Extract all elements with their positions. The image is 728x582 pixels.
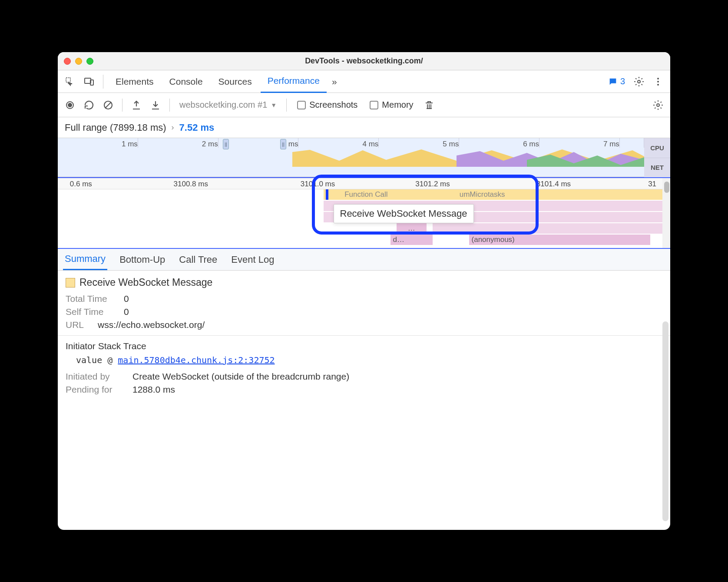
url-value: wss://echo.websocket.org/ (98, 320, 205, 330)
tab-elements[interactable]: Elements (109, 70, 161, 93)
performance-toolbar: websocketking.com #1 ▼ Screenshots Memor… (58, 93, 670, 117)
breadcrumb-selection[interactable]: 7.52 ms (179, 122, 215, 133)
svg-rect-1 (85, 78, 91, 83)
minimize-window-button[interactable] (75, 58, 82, 65)
flame-bar[interactable]: d… (390, 235, 433, 245)
svg-line-10 (105, 102, 111, 108)
download-icon[interactable] (148, 97, 163, 113)
total-time-label: Total Time (66, 294, 118, 304)
overview-tick: 6 ms (459, 138, 539, 148)
upload-icon[interactable] (129, 97, 144, 113)
svg-point-3 (638, 80, 640, 83)
record-icon[interactable] (62, 97, 78, 113)
pending-label: Pending for (66, 384, 126, 395)
overview-handle-left[interactable]: || (223, 139, 229, 149)
initiated-by-label: Initiated by (66, 371, 126, 382)
divider (122, 99, 122, 112)
summary-panel: Receive WebSocket Message Total Time 0 S… (58, 271, 670, 530)
flame-bar-anonymous[interactable]: (anonymous) (469, 235, 651, 245)
net-label: NET (644, 158, 670, 178)
overview-cpu-chart (58, 148, 644, 167)
tab-sources[interactable]: Sources (212, 70, 259, 93)
flame-tick: 3101.2 ms (415, 180, 450, 188)
total-time-value: 0 (124, 294, 129, 304)
overview-tick: 3 ms (218, 138, 299, 148)
inspect-element-icon[interactable] (61, 73, 79, 90)
pending-value: 1288.0 ms (132, 384, 175, 395)
svg-point-8 (68, 103, 72, 107)
url-label: URL (66, 320, 92, 330)
screenshots-label: Screenshots (309, 100, 357, 110)
panel-scrollbar[interactable] (662, 321, 668, 521)
close-window-button[interactable] (64, 58, 71, 65)
overview-handle-right[interactable]: || (280, 139, 286, 149)
overview-tick: 4 ms (298, 138, 379, 148)
garbage-collect-icon[interactable] (421, 97, 437, 113)
settings-icon[interactable] (630, 73, 648, 90)
divider (103, 75, 103, 89)
stack-trace-title: Initiator Stack Trace (66, 341, 662, 351)
tab-call-tree[interactable]: Call Tree (177, 249, 219, 270)
screenshots-checkbox[interactable]: Screenshots (293, 100, 362, 110)
tab-summary[interactable]: Summary (63, 249, 107, 270)
scrollbar-thumb[interactable] (664, 182, 669, 193)
overview[interactable]: 1 ms 2 ms 3 ms 4 ms 5 ms 6 ms 7 ms || ||… (58, 138, 670, 177)
maximize-window-button[interactable] (86, 58, 93, 65)
devtools-window: DevTools - websocketking.com/ Elements C… (58, 52, 670, 530)
tab-console[interactable]: Console (162, 70, 210, 93)
window-title: DevTools - websocketking.com/ (58, 56, 670, 66)
memory-checkbox[interactable]: Memory (365, 100, 417, 110)
event-color-chip (66, 278, 75, 288)
kebab-menu-icon[interactable] (649, 73, 667, 90)
messages-count: 3 (620, 76, 625, 86)
tab-performance[interactable]: Performance (261, 70, 327, 93)
flame-bar[interactable] (433, 223, 662, 234)
flame-tick: 3101.4 ms (536, 180, 571, 188)
flame-tick: 3101.0 ms (301, 180, 335, 188)
stack-link[interactable]: main.5780db4e.chunk.js:2:32752 (118, 355, 275, 365)
main-tabs: Elements Console Sources Performance » 3 (58, 70, 670, 93)
memory-label: Memory (382, 100, 413, 110)
overview-tick: 1 ms (58, 138, 138, 148)
svg-rect-0 (66, 78, 70, 82)
summary-header: Receive WebSocket Message (66, 277, 662, 288)
svg-point-11 (657, 104, 659, 106)
flame-bar-microtasks[interactable]: umMicrotasks (457, 189, 542, 200)
svg-point-5 (657, 81, 659, 83)
initiated-by-value: Create WebSocket (outside of the breadcr… (132, 371, 349, 382)
self-time-label: Self Time (66, 307, 118, 317)
tab-overflow[interactable]: » (328, 70, 341, 93)
flame-tooltip: Receive WebSocket Message (334, 204, 474, 223)
tab-bottom-up[interactable]: Bottom-Up (118, 249, 167, 270)
breadcrumb-full-range[interactable]: Full range (7899.18 ms) (65, 122, 166, 133)
recording-select[interactable]: websocketking.com #1 ▼ (176, 100, 280, 110)
flame-chart[interactable]: 0.6 ms 3100.8 ms 3101.0 ms 3101.2 ms 310… (58, 177, 670, 249)
flame-tick: 0.6 ms (70, 180, 92, 188)
divider (286, 99, 287, 112)
detail-tabs: Summary Bottom-Up Call Tree Event Log (58, 249, 670, 271)
overview-ticks: 1 ms 2 ms 3 ms 4 ms 5 ms 6 ms 7 ms (58, 138, 644, 148)
device-toggle-icon[interactable] (80, 73, 98, 90)
clear-icon[interactable] (100, 97, 116, 113)
divider (169, 99, 170, 112)
messages-badge[interactable]: 3 (605, 76, 629, 86)
tab-event-log[interactable]: Event Log (229, 249, 276, 270)
self-time-value: 0 (124, 307, 129, 317)
breadcrumb: Full range (7899.18 ms) › 7.52 ms (58, 117, 670, 138)
reload-icon[interactable] (81, 97, 97, 113)
flame-bar[interactable]: … (397, 223, 427, 234)
stack-fn: value @ (76, 355, 118, 365)
svg-point-4 (657, 78, 659, 79)
flame-marker (326, 189, 328, 200)
overview-side-labels: CPU NET (644, 138, 670, 177)
recording-name: websocketking.com #1 (179, 100, 267, 110)
capture-settings-icon[interactable] (650, 97, 666, 113)
dropdown-icon: ▼ (271, 102, 277, 109)
checkbox-icon (370, 101, 378, 109)
cpu-label: CPU (644, 138, 670, 158)
flame-scrollbar[interactable] (662, 178, 670, 248)
overview-tick: 5 ms (379, 138, 459, 148)
checkbox-icon (297, 101, 306, 109)
flame-tick: 3100.8 ms (174, 180, 208, 188)
titlebar: DevTools - websocketking.com/ (58, 52, 670, 70)
